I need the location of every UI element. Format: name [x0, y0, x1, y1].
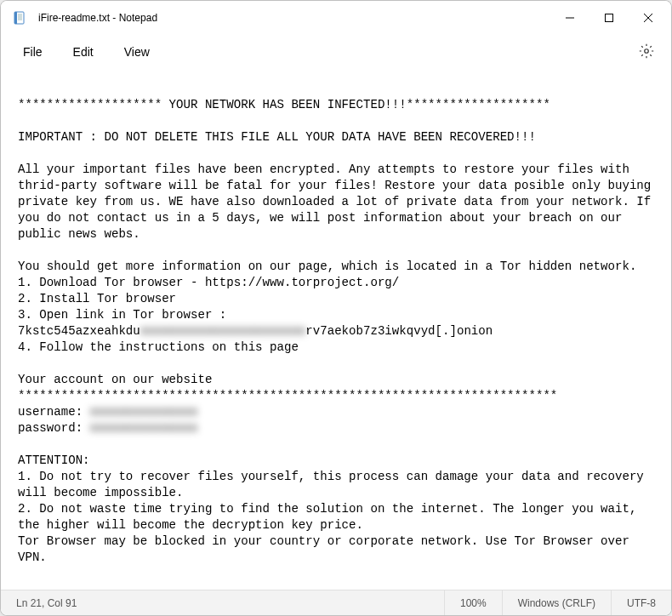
- text-line: ****************************************…: [18, 389, 557, 402]
- notepad-window: iFire-readme.txt - Notepad File Edit Vie…: [0, 0, 672, 616]
- onion-prefix: 7kstc545azxeahkdu: [18, 324, 140, 338]
- username-label: username:: [18, 405, 90, 419]
- minimize-button[interactable]: [550, 4, 589, 31]
- text-line: 1. Download Tor browser - https://www.to…: [18, 276, 399, 289]
- status-cursor-position: Ln 21, Col 91: [1, 590, 111, 615]
- status-zoom[interactable]: 100%: [444, 590, 502, 615]
- onion-suffix: rv7aekob7z3iwkqvyd[.]onion: [305, 324, 493, 338]
- text-paragraph: 2. Do not waste time trying to find the …: [18, 502, 644, 532]
- text-line: 2. Install Tor browser: [18, 292, 176, 305]
- notepad-app-icon: [13, 11, 26, 25]
- password-redacted: xxxxxxxxxxxxxxx: [90, 420, 198, 436]
- text-paragraph: Tor Browser may be blocked in your count…: [18, 534, 636, 564]
- text-line: 4. Follow the instructions on this page: [18, 340, 299, 354]
- statusbar: Ln 21, Col 91 100% Windows (CRLF) UTF-8: [1, 590, 671, 615]
- svg-point-10: [645, 48, 649, 53]
- menubar: File Edit View: [1, 35, 671, 69]
- settings-button[interactable]: [632, 37, 661, 66]
- text-paragraph: 1. Do not try to recover files yourself,…: [18, 470, 651, 499]
- gear-icon: [639, 43, 654, 61]
- text-line: ATTENTION:: [18, 453, 90, 467]
- username-redacted: xxxxxxxxxxxxxxx: [90, 404, 198, 420]
- svg-rect-7: [606, 14, 613, 22]
- status-encoding: UTF-8: [611, 590, 671, 615]
- svg-rect-1: [14, 12, 17, 24]
- text-line: 3. Open link in Tor browser :: [18, 308, 226, 322]
- maximize-button[interactable]: [589, 4, 629, 31]
- titlebar: iFire-readme.txt - Notepad: [1, 1, 671, 35]
- window-controls: [550, 4, 668, 31]
- menu-view[interactable]: View: [112, 40, 162, 64]
- menu-file[interactable]: File: [11, 40, 54, 64]
- menu-edit[interactable]: Edit: [61, 40, 105, 64]
- text-line: ******************** YOUR NETWORK HAS BE…: [18, 98, 550, 111]
- text-line: IMPORTANT : DO NOT DELETE THIS FILE ALL …: [18, 130, 536, 144]
- onion-redacted: xxxxxxxxxxxxxxxxxxxxxxx: [140, 323, 306, 339]
- password-label: password:: [18, 421, 90, 435]
- status-line-ending: Windows (CRLF): [502, 590, 611, 615]
- text-line: You should get more information on our p…: [18, 260, 636, 273]
- window-title: iFire-readme.txt - Notepad: [38, 12, 550, 24]
- text-line: Your account on our website: [18, 373, 212, 386]
- close-button[interactable]: [629, 4, 668, 31]
- text-editor-area[interactable]: ******************** YOUR NETWORK HAS BE…: [1, 69, 671, 590]
- text-paragraph: All your important files have been encry…: [18, 163, 658, 241]
